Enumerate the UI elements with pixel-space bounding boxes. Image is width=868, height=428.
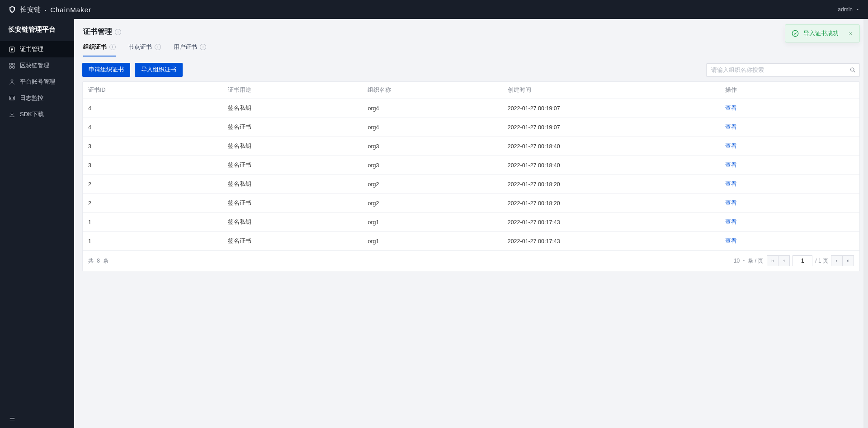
view-link[interactable]: 查看 — [725, 238, 737, 244]
page-title: 证书管理 — [83, 27, 112, 37]
cell-use: 签名证书 — [222, 156, 362, 175]
svg-rect-4 — [12, 66, 14, 68]
table-row: 1签名证书org12022-01-27 00:17:43查看 — [83, 232, 859, 251]
cell-time: 2022-01-27 00:18:40 — [502, 137, 720, 156]
cell-id: 4 — [83, 99, 222, 118]
svg-point-5 — [11, 80, 13, 82]
cell-time: 2022-01-27 00:18:20 — [502, 175, 720, 194]
view-link[interactable]: 查看 — [725, 219, 737, 225]
svg-rect-3 — [9, 66, 11, 68]
cell-org: org2 — [362, 194, 502, 213]
user-label: admin — [838, 6, 853, 13]
view-link[interactable]: 查看 — [725, 124, 737, 130]
sidebar-item-label: 平台账号管理 — [20, 78, 55, 86]
sidebar-item-label: 区块链管理 — [20, 61, 49, 70]
vertical-scrollbar[interactable] — [863, 19, 868, 428]
cell-org: org2 — [362, 175, 502, 194]
view-link[interactable]: 查看 — [725, 105, 737, 111]
account-icon — [8, 78, 15, 85]
page-last-button[interactable] — [842, 255, 854, 266]
col-header-1: 证书用途 — [222, 82, 362, 99]
table-footer: 共 8 条 10 条 / 页 — [83, 250, 859, 271]
page-size-select[interactable]: 10 条 / 页 — [734, 257, 763, 265]
close-icon[interactable] — [848, 31, 853, 36]
search-icon[interactable] — [849, 66, 856, 73]
cell-use: 签名私钥 — [222, 137, 362, 156]
sidebar-item-1[interactable]: 区块链管理 — [0, 57, 74, 74]
info-icon[interactable]: i — [115, 29, 121, 35]
cell-org: org1 — [362, 232, 502, 251]
tab-label: 节点证书 — [128, 43, 152, 51]
table-row: 2签名证书org22022-01-27 00:18:20查看 — [83, 194, 859, 213]
per-page-suffix: 条 / 页 — [748, 257, 763, 265]
table-row: 4签名证书org42022-01-27 00:19:07查看 — [83, 118, 859, 137]
tabs: 组织证书i节点证书i用户证书i — [82, 40, 860, 56]
cell-use: 签名证书 — [222, 232, 362, 251]
cert-table: 证书ID证书用途组织名称创建时间操作 4签名私钥org42022-01-27 0… — [82, 81, 860, 271]
cell-org: org1 — [362, 213, 502, 232]
log-icon — [8, 94, 15, 102]
cell-id: 4 — [83, 118, 222, 137]
cell-use: 签名证书 — [222, 118, 362, 137]
tab-2[interactable]: 用户证书i — [174, 40, 206, 56]
page-first-button[interactable] — [767, 255, 778, 266]
page-size-value: 10 — [734, 258, 740, 264]
svg-point-7 — [792, 30, 798, 36]
total-prefix: 共 — [88, 258, 94, 264]
user-menu[interactable]: admin — [838, 6, 860, 13]
collapse-icon[interactable] — [8, 415, 66, 422]
view-link[interactable]: 查看 — [725, 143, 737, 149]
view-link[interactable]: 查看 — [725, 200, 737, 206]
cell-org: org3 — [362, 137, 502, 156]
tab-0[interactable]: 组织证书i — [83, 40, 116, 56]
cell-time: 2022-01-27 00:19:07 — [502, 118, 720, 137]
top-bar: 长安链 · ChainMaker admin — [0, 0, 868, 19]
page-total: / 1 页 — [815, 257, 828, 265]
cell-time: 2022-01-27 00:17:43 — [502, 232, 720, 251]
cell-id: 1 — [83, 213, 222, 232]
info-icon[interactable]: i — [155, 44, 161, 50]
col-header-2: 组织名称 — [362, 82, 502, 99]
tab-1[interactable]: 节点证书i — [128, 40, 161, 56]
sidebar-item-4[interactable]: SDK下载 — [0, 106, 74, 122]
info-icon[interactable]: i — [200, 44, 206, 50]
sidebar-item-label: 证书管理 — [20, 45, 43, 53]
view-link[interactable]: 查看 — [725, 162, 737, 168]
tab-label: 用户证书 — [174, 43, 197, 51]
import-cert-button[interactable]: 导入组织证书 — [135, 63, 183, 77]
page-input[interactable] — [793, 255, 812, 266]
info-icon[interactable]: i — [109, 44, 116, 50]
page-nav: / 1 页 — [767, 255, 854, 266]
svg-rect-2 — [12, 63, 14, 65]
page-next-button[interactable] — [831, 255, 843, 266]
cell-use: 签名证书 — [222, 194, 362, 213]
chevron-down-icon — [855, 7, 860, 12]
cell-id: 3 — [83, 156, 222, 175]
cell-id: 2 — [83, 194, 222, 213]
cell-use: 签名私钥 — [222, 213, 362, 232]
chevron-down-icon — [741, 259, 746, 263]
tab-label: 组织证书 — [83, 43, 107, 51]
view-link[interactable]: 查看 — [725, 181, 737, 187]
brand-sep: · — [45, 6, 47, 14]
cell-id: 3 — [83, 137, 222, 156]
table-row: 1签名私钥org12022-01-27 00:17:43查看 — [83, 213, 859, 232]
brand-cn: 长安链 — [20, 5, 41, 14]
sidebar-item-label: 日志监控 — [20, 94, 43, 102]
cell-time: 2022-01-27 00:18:20 — [502, 194, 720, 213]
page-prev-button[interactable] — [778, 255, 790, 266]
brand-en: ChainMaker — [50, 6, 91, 14]
search-input[interactable] — [706, 63, 860, 77]
total-count: 共 8 条 — [88, 257, 108, 265]
cell-id: 2 — [83, 175, 222, 194]
table-row: 4签名私钥org42022-01-27 00:19:07查看 — [83, 99, 859, 118]
sidebar-item-3[interactable]: 日志监控 — [0, 90, 74, 106]
cell-time: 2022-01-27 00:17:43 — [502, 213, 720, 232]
sidebar-item-0[interactable]: 证书管理 — [0, 41, 74, 57]
cert-icon — [8, 46, 15, 53]
platform-title: 长安链管理平台 — [0, 19, 74, 41]
sidebar-item-2[interactable]: 平台账号管理 — [0, 74, 74, 90]
cell-use: 签名私钥 — [222, 175, 362, 194]
sidebar-menu: 证书管理区块链管理平台账号管理日志监控SDK下载 — [0, 41, 74, 122]
apply-cert-button[interactable]: 申请组织证书 — [82, 63, 130, 77]
